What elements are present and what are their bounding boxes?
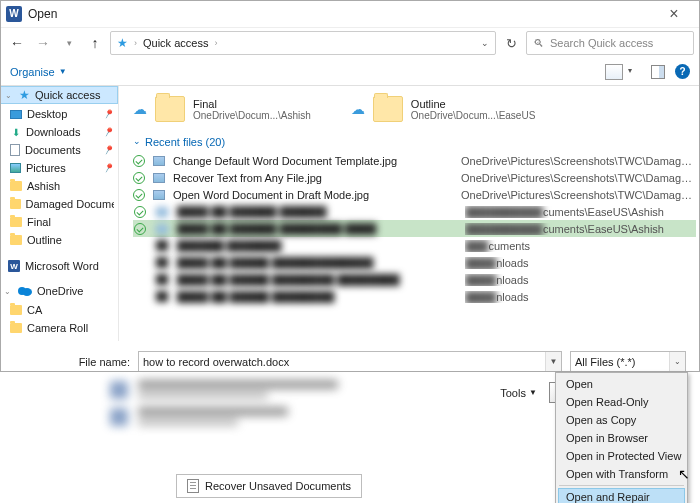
folder-icon xyxy=(10,181,22,191)
filename-history-dropdown[interactable]: ▼ xyxy=(545,352,561,371)
file-icon xyxy=(156,291,168,302)
open-dropdown-menu: Open Open Read-Only Open as Copy Open in… xyxy=(555,372,688,503)
image-file-icon xyxy=(153,190,165,200)
synced-icon xyxy=(133,155,145,167)
document-icon xyxy=(187,479,199,493)
sidebar-quick-access[interactable]: ⌄ ★ Quick access xyxy=(0,86,118,104)
address-dropdown-icon[interactable]: ⌄ xyxy=(481,38,489,48)
sidebar-item-desktop[interactable]: Desktop📍 xyxy=(0,105,118,123)
file-icon xyxy=(156,274,168,285)
file-row[interactable]: Recover Text from Any File.jpg OneDrive\… xyxy=(133,169,696,186)
cloud-icon: ☁ xyxy=(133,101,147,117)
chevron-down-icon: ⌄ xyxy=(133,136,141,146)
folder-icon xyxy=(10,235,22,245)
folder-icon xyxy=(10,305,22,315)
frequent-folder-final[interactable]: ☁ Final OneDrive\Docum...\Ashish xyxy=(133,96,311,122)
menu-open[interactable]: Open xyxy=(558,375,685,393)
file-icon xyxy=(156,240,168,251)
filename-input[interactable]: how to record overwatch.docx ▼ xyxy=(138,351,562,372)
file-row[interactable]: ████ ██ ██████ ██████ ██████████cuments\… xyxy=(133,203,696,220)
pin-icon: 📍 xyxy=(101,107,116,121)
sidebar-item-pictures[interactable]: Pictures📍 xyxy=(0,159,118,177)
search-icon: 🔍︎ xyxy=(533,37,544,49)
forward-button[interactable]: → xyxy=(32,32,54,54)
file-icon xyxy=(156,257,168,268)
cloud-icon: ☁ xyxy=(351,101,365,117)
menu-open-repair[interactable]: Open and Repair xyxy=(558,488,685,503)
menu-open-transform[interactable]: Open with Transform xyxy=(558,465,685,483)
file-row[interactable]: Open Word Document in Draft Mode.jpg One… xyxy=(133,186,696,203)
pin-icon: 📍 xyxy=(101,161,116,175)
menu-divider xyxy=(559,485,684,486)
chevron-down-icon: ⌄ xyxy=(5,91,12,100)
sidebar-item-final[interactable]: Final xyxy=(0,213,118,231)
folder-icon xyxy=(10,323,22,333)
file-type-filter[interactable]: All Files (*.*) ⌄ xyxy=(570,351,686,372)
toolbar: Organise▼ ? xyxy=(0,58,700,86)
sidebar-item-ca[interactable]: CA xyxy=(0,301,118,319)
filter-dropdown-icon[interactable]: ⌄ xyxy=(669,352,685,371)
refresh-button[interactable]: ↻ xyxy=(500,36,522,51)
file-row[interactable]: Change Default Word Document Template.jp… xyxy=(133,152,696,169)
onedrive-icon xyxy=(18,286,32,296)
documents-icon xyxy=(10,144,20,156)
pictures-icon xyxy=(10,163,21,173)
menu-open-readonly[interactable]: Open Read-Only xyxy=(558,393,685,411)
downloads-icon: ⬇ xyxy=(10,127,21,138)
chevron-down-icon: ⌄ xyxy=(4,287,11,296)
sidebar-item-ashish[interactable]: Ashish xyxy=(0,177,118,195)
synced-icon xyxy=(133,172,145,184)
filename-label: File name: xyxy=(72,356,130,368)
menu-open-copy[interactable]: Open as Copy xyxy=(558,411,685,429)
file-row[interactable]: ████ ██ █████ ████████ ████████ ████nloa… xyxy=(133,271,696,288)
sidebar-item-camera-roll[interactable]: Camera Roll xyxy=(0,319,118,337)
help-button[interactable]: ? xyxy=(675,64,690,79)
recent-locations-button[interactable]: ▾ xyxy=(58,32,80,54)
navigation-bar: ← → ▾ ↑ ★ › Quick access › ⌄ ↻ 🔍︎ Search… xyxy=(0,28,700,58)
image-file-icon xyxy=(156,207,168,217)
synced-icon xyxy=(134,206,146,218)
folder-icon xyxy=(155,96,185,122)
sidebar-item-damaged[interactable]: Damaged Document xyxy=(0,195,118,213)
file-view: ☁ Final OneDrive\Docum...\Ashish ☁ Outli… xyxy=(119,86,700,341)
sidebar-item-documents[interactable]: Documents📍 xyxy=(0,141,118,159)
sidebar-onedrive[interactable]: ⌄OneDrive xyxy=(0,282,118,300)
file-row[interactable]: ████ ██ █████ █████████████ ████nloads xyxy=(133,254,696,271)
folder-icon xyxy=(373,96,403,122)
address-bar[interactable]: ★ › Quick access › ⌄ xyxy=(110,31,496,55)
frequent-folder-outline[interactable]: ☁ Outline OneDrive\Docum...\EaseUS xyxy=(351,96,536,122)
search-input[interactable]: 🔍︎ Search Quick access xyxy=(526,31,694,55)
up-button[interactable]: ↑ xyxy=(84,32,106,54)
word-app-icon: W xyxy=(6,6,22,22)
sidebar-item-outline[interactable]: Outline xyxy=(0,231,118,249)
synced-icon xyxy=(133,189,145,201)
synced-icon xyxy=(134,223,146,235)
folder-icon xyxy=(10,199,21,209)
recent-files-header[interactable]: ⌄ Recent files (20) xyxy=(119,132,700,152)
pin-icon: 📍 xyxy=(101,143,116,157)
view-options-button[interactable] xyxy=(605,64,623,80)
sidebar-msword[interactable]: WMicrosoft Word xyxy=(0,257,118,275)
file-row[interactable]: ████ ██ ██████ ████████ ████ ██████████c… xyxy=(133,220,696,237)
image-file-icon xyxy=(153,156,165,166)
close-button[interactable]: × xyxy=(654,5,694,23)
word-icon: W xyxy=(8,260,20,272)
quick-access-icon: ★ xyxy=(117,36,128,50)
pin-icon: 📍 xyxy=(101,125,116,139)
image-file-icon xyxy=(156,224,168,234)
file-row[interactable]: ████ ██ █████ ████████ ████nloads xyxy=(133,288,696,305)
sidebar: ⌄ ★ Quick access Desktop📍 ⬇Downloads📍 Do… xyxy=(0,86,119,341)
preview-pane-button[interactable] xyxy=(651,65,665,79)
menu-open-browser[interactable]: Open in Browser xyxy=(558,429,685,447)
menu-open-protected[interactable]: Open in Protected View xyxy=(558,447,685,465)
sidebar-item-downloads[interactable]: ⬇Downloads📍 xyxy=(0,123,118,141)
file-row[interactable]: ██████ ███████ ███cuments xyxy=(133,237,696,254)
image-file-icon xyxy=(153,173,165,183)
star-icon: ★ xyxy=(19,88,30,102)
organise-menu[interactable]: Organise▼ xyxy=(10,66,67,78)
recover-unsaved-button[interactable]: Recover Unsaved Documents xyxy=(176,474,362,498)
folder-icon xyxy=(10,217,22,227)
back-button[interactable]: ← xyxy=(6,32,28,54)
desktop-icon xyxy=(10,110,22,119)
titlebar: W Open × xyxy=(0,0,700,28)
